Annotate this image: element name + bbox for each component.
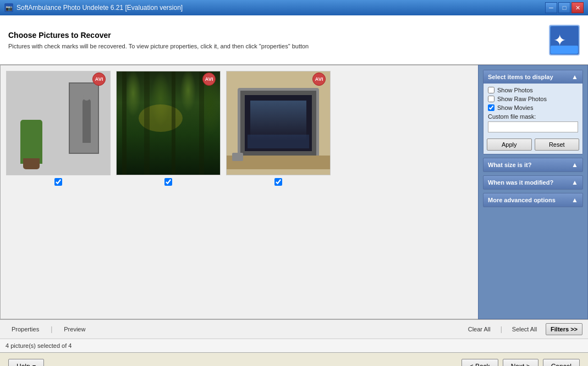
footer: Help ▾ < Back Next > Cancel	[0, 352, 588, 366]
show-photos-row: Show Photos	[488, 87, 578, 93]
photo-item: AVI	[226, 71, 331, 186]
photo-frame[interactable]: AVI	[6, 71, 111, 175]
pipe-separator: |	[501, 325, 502, 333]
panel-buttons: Apply Reset	[483, 136, 582, 154]
status-text: 4 picture(s) selected of 4	[6, 342, 72, 349]
photo-badge: AVI	[92, 73, 106, 86]
show-raw-photos-row: Show Raw Photos	[488, 96, 578, 102]
reset-button[interactable]: Reset	[535, 138, 580, 151]
main-content: AVI AVI	[0, 65, 588, 319]
select-all-button[interactable]: Select All	[509, 325, 540, 334]
preview-tab[interactable]: Preview	[58, 323, 91, 335]
photo-item: AVI	[6, 71, 111, 186]
page-title: Choose Pictures to Recover	[8, 31, 309, 40]
close-button[interactable]: ✕	[571, 2, 584, 13]
show-raw-checkbox[interactable]	[488, 96, 494, 102]
cancel-button[interactable]: Cancel	[543, 359, 580, 367]
show-photos-checkbox[interactable]	[488, 87, 494, 93]
show-movies-label: Show Movies	[497, 104, 533, 111]
header-text: Choose Pictures to Recover Pictures with…	[8, 31, 309, 49]
when-modified-section[interactable]: When was it modified? ▲	[483, 175, 583, 190]
show-movies-checkbox[interactable]	[488, 104, 494, 111]
properties-tab[interactable]: Properties	[6, 323, 45, 335]
window-title: SoftAmbulance Photo Undelete 6.21 [Evalu…	[17, 4, 545, 12]
clear-all-button[interactable]: Clear All	[465, 325, 494, 334]
photo-frame[interactable]: AVI	[226, 71, 331, 175]
photo-frame[interactable]: AVI	[116, 71, 221, 175]
svg-text:📷: 📷	[6, 4, 13, 12]
tab-separator: |	[51, 325, 52, 333]
select-items-content: Show Photos Show Raw Photos Show Movies …	[483, 84, 582, 136]
custom-mask-input[interactable]	[488, 121, 578, 132]
collapse-arrow-icon: ▲	[571, 161, 578, 169]
app-icon: 📷	[4, 3, 13, 12]
collapse-arrow-icon: ▲	[571, 179, 578, 186]
show-movies-row: Show Movies	[488, 104, 578, 111]
more-options-section[interactable]: More advanced options ▲	[483, 193, 583, 207]
select-items-header[interactable]: Select items to display ▲	[483, 70, 582, 84]
photo-checkbox[interactable]	[274, 178, 282, 186]
show-raw-label: Show Raw Photos	[497, 96, 547, 102]
help-arrow-icon: ▾	[32, 363, 36, 367]
photo-badge: AVI	[312, 73, 326, 86]
bottom-bar: Properties | Preview Clear All | Select …	[0, 319, 588, 339]
select-items-label: Select items to display	[488, 74, 553, 80]
photo-checkbox[interactable]	[54, 178, 62, 186]
svg-rect-4	[551, 46, 578, 54]
custom-mask-label: Custom file mask:	[488, 113, 578, 120]
app-logo: ✦	[549, 25, 580, 56]
more-options-label: More advanced options	[488, 197, 556, 203]
back-button[interactable]: < Back	[461, 359, 498, 367]
right-panel: Select items to display ▲ Show Photos Sh…	[478, 65, 588, 319]
minimize-button[interactable]: ─	[545, 2, 557, 13]
window-controls: ─ □ ✕	[545, 2, 584, 13]
title-bar: 📷 SoftAmbulance Photo Undelete 6.21 [Eva…	[0, 0, 588, 15]
collapse-arrow-icon: ▲	[571, 196, 578, 204]
what-size-section[interactable]: What size is it? ▲	[483, 158, 583, 172]
what-size-label: What size is it?	[488, 162, 531, 168]
photo-checkbox[interactable]	[164, 178, 172, 186]
help-label: Help	[17, 363, 30, 367]
status-bar: 4 picture(s) selected of 4	[0, 339, 588, 352]
header: Choose Pictures to Recover Pictures with…	[0, 15, 588, 65]
next-button[interactable]: Next >	[503, 359, 538, 367]
photos-area: AVI AVI	[0, 65, 478, 319]
help-button[interactable]: Help ▾	[8, 359, 44, 367]
photo-item: AVI	[116, 71, 221, 186]
collapse-arrow-icon: ▲	[571, 73, 578, 81]
show-photos-label: Show Photos	[497, 87, 533, 93]
maximize-button[interactable]: □	[558, 2, 570, 13]
filters-button[interactable]: Filters >>	[546, 323, 582, 335]
select-items-section: Select items to display ▲ Show Photos Sh…	[483, 70, 583, 154]
photo-badge: AVI	[202, 73, 216, 86]
when-modified-label: When was it modified?	[488, 179, 553, 186]
page-description: Pictures with check marks will be recove…	[8, 43, 309, 49]
apply-button[interactable]: Apply	[487, 138, 532, 151]
